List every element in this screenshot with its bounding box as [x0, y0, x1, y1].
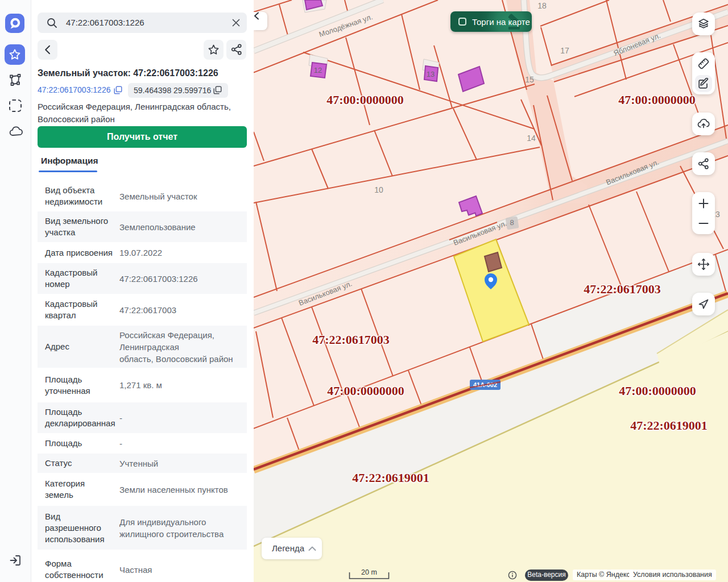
svg-text:20 m: 20 m: [361, 568, 377, 576]
